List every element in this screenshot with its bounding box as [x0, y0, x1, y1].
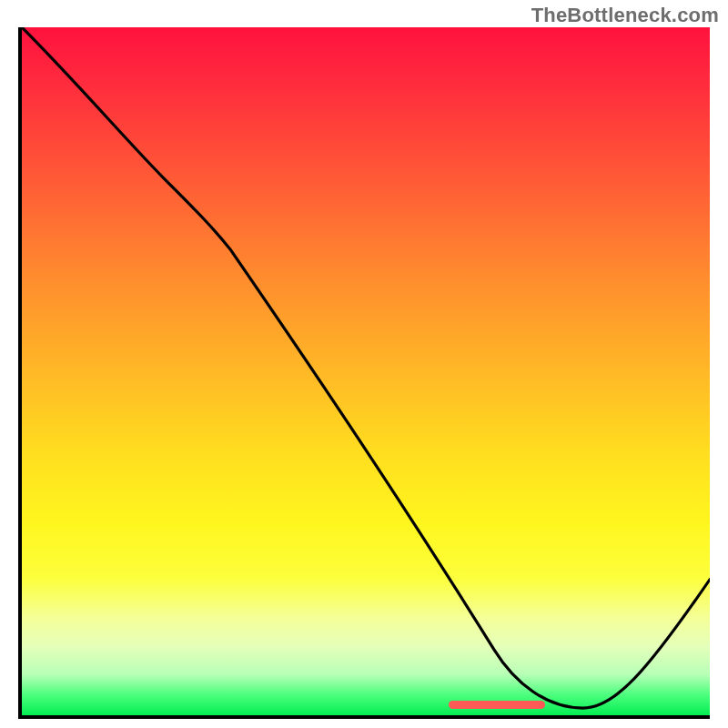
bottleneck-curve	[22, 27, 710, 715]
optimal-range-marker	[449, 701, 545, 709]
plot-area	[18, 27, 710, 719]
chart-stage: TheBottleneck.com	[0, 0, 728, 728]
watermark-text: TheBottleneck.com	[531, 4, 719, 27]
curve-path	[22, 27, 710, 708]
